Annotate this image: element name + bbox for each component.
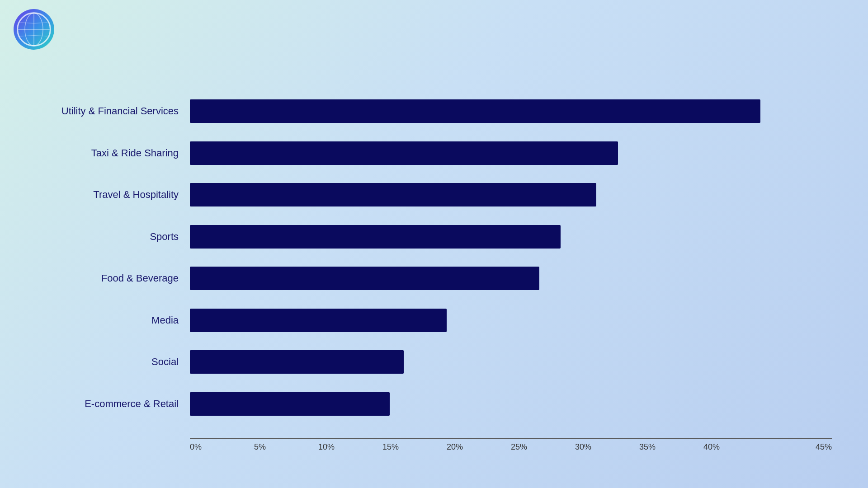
bar-row: Taxi & Ride Sharing (45, 132, 832, 174)
bar-fill (190, 225, 561, 249)
x-tick: 35% (639, 439, 703, 452)
x-tick: 40% (703, 439, 768, 452)
bar-fill (190, 267, 539, 290)
bar-fill (190, 141, 618, 165)
bar-label: Travel & Hospitality (45, 189, 190, 201)
bar-label: Taxi & Ride Sharing (45, 147, 190, 159)
bar-track (190, 141, 832, 165)
bar-track (190, 99, 832, 123)
bar-row: Media (45, 300, 832, 342)
bar-label: E-commerce & Retail (45, 398, 190, 410)
bar-row: Sports (45, 216, 832, 258)
bar-track (190, 309, 832, 332)
bar-fill (190, 350, 404, 374)
bar-track (190, 392, 832, 416)
bar-label: Sports (45, 231, 190, 243)
x-tick: 5% (254, 439, 318, 452)
bar-chart: Utility & Financial ServicesTaxi & Ride … (45, 90, 832, 425)
x-tick: 20% (447, 439, 511, 452)
chart-container: Utility & Financial ServicesTaxi & Ride … (45, 90, 832, 452)
bar-row: Travel & Hospitality (45, 174, 832, 216)
bar-label: Food & Beverage (45, 272, 190, 284)
x-tick: 0% (190, 439, 254, 452)
x-tick: 30% (575, 439, 639, 452)
page-title-area (0, 0, 868, 14)
bar-track (190, 183, 832, 206)
bar-track (190, 350, 832, 374)
bar-label: Utility & Financial Services (45, 105, 190, 117)
bar-track (190, 267, 832, 290)
bar-row: Social (45, 341, 832, 383)
bar-track (190, 225, 832, 249)
logo (14, 9, 54, 50)
bar-label: Social (45, 356, 190, 368)
bar-fill (190, 183, 596, 206)
x-tick: 15% (382, 439, 447, 452)
x-tick: 10% (318, 439, 382, 452)
bar-row: Utility & Financial Services (45, 90, 832, 132)
logo-icon (14, 9, 54, 50)
bar-fill (190, 99, 760, 123)
x-tick: 25% (511, 439, 575, 452)
bar-row: Food & Beverage (45, 258, 832, 300)
x-tick: 45% (768, 439, 832, 452)
bar-fill (190, 392, 390, 416)
bar-label: Media (45, 314, 190, 326)
bar-fill (190, 309, 447, 332)
bar-row: E-commerce & Retail (45, 383, 832, 425)
x-axis: 0%5%10%15%20%25%30%35%40%45% (190, 438, 832, 452)
